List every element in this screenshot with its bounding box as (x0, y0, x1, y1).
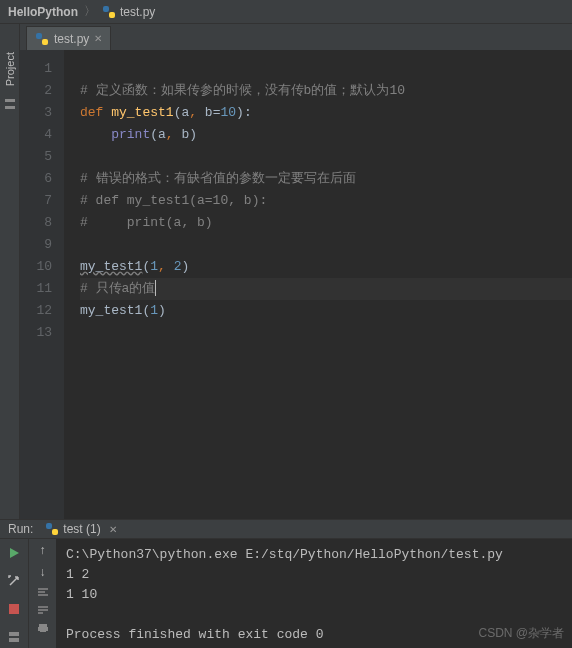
soft-wrap-button[interactable] (37, 587, 49, 597)
main-area: Project test.py ✕ 12345678910111213 # 定义… (0, 24, 572, 519)
structure-icon[interactable] (2, 96, 18, 112)
svg-rect-12 (39, 624, 47, 627)
gutter: 12345678910111213 (20, 50, 64, 519)
svg-marker-8 (10, 548, 19, 558)
svg-rect-5 (42, 39, 48, 45)
line-number: 4 (20, 124, 52, 146)
svg-rect-2 (5, 99, 15, 102)
line-number: 9 (20, 234, 52, 256)
svg-rect-14 (40, 630, 46, 632)
breadcrumb-file[interactable]: test.py (102, 5, 155, 19)
line-number: 12 (20, 300, 52, 322)
console-line (66, 605, 562, 625)
python-file-icon (102, 5, 116, 19)
editor-container: test.py ✕ 12345678910111213 # 定义函数：如果传参的… (20, 24, 572, 519)
breadcrumb-sep: 〉 (82, 3, 98, 20)
svg-rect-9 (9, 604, 19, 614)
code-line[interactable]: print(a, b) (80, 124, 572, 146)
close-run-tab-icon[interactable]: ✕ (109, 524, 117, 535)
python-file-icon (35, 32, 49, 46)
project-tool-button[interactable]: Project (4, 48, 16, 90)
text-cursor (155, 280, 156, 296)
run-header: Run: test (1) ✕ (0, 520, 572, 539)
left-sidebar: Project (0, 24, 20, 519)
stop-button[interactable] (4, 599, 24, 619)
line-number: 10 (20, 256, 52, 278)
settings-button[interactable] (4, 571, 24, 591)
editor-tab-label: test.py (54, 32, 89, 46)
code-line[interactable] (80, 58, 572, 80)
code-line[interactable] (80, 322, 572, 344)
close-tab-icon[interactable]: ✕ (94, 33, 102, 44)
svg-rect-11 (9, 638, 19, 642)
python-file-icon (45, 522, 59, 536)
run-tab[interactable]: test (1) ✕ (39, 520, 122, 538)
up-button[interactable]: ↑ (40, 543, 46, 557)
svg-rect-1 (109, 12, 115, 18)
console-line: 1 2 (66, 565, 562, 585)
line-number: 11 (20, 278, 52, 300)
line-number: 2 (20, 80, 52, 102)
code-line[interactable]: # 只传a的值 (80, 278, 572, 300)
svg-rect-0 (103, 6, 109, 12)
line-number: 8 (20, 212, 52, 234)
code-line[interactable]: # print(a, b) (80, 212, 572, 234)
watermark: CSDN @杂学者 (478, 625, 564, 642)
code-line[interactable]: my_test1(1, 2) (80, 256, 572, 278)
run-tab-label: test (1) (63, 522, 100, 536)
print-button[interactable] (37, 623, 49, 633)
code-line[interactable]: # 错误的格式：有缺省值的参数一定要写在后面 (80, 168, 572, 190)
down-button[interactable]: ↓ (40, 565, 46, 579)
run-toolbar-secondary: ↑ ↓ (28, 539, 56, 648)
code-line[interactable]: def my_test1(a, b=10): (80, 102, 572, 124)
line-number: 1 (20, 58, 52, 80)
code-line[interactable] (80, 146, 572, 168)
svg-rect-7 (52, 529, 58, 535)
code-line[interactable]: # 定义函数：如果传参的时候，没有传b的值；默认为10 (80, 80, 572, 102)
breadcrumb-file-label: test.py (120, 5, 155, 19)
breadcrumb-project[interactable]: HelloPython (8, 5, 78, 19)
code-line[interactable]: # def my_test1(a=10, b): (80, 190, 572, 212)
console-line: C:\Python37\python.exe E:/stq/Python/Hel… (66, 545, 562, 565)
run-label: Run: (8, 522, 33, 536)
line-number: 3 (20, 102, 52, 124)
editor-tab[interactable]: test.py ✕ (26, 26, 111, 50)
breadcrumb: HelloPython 〉 test.py (0, 0, 572, 24)
rerun-button[interactable] (4, 543, 24, 563)
svg-rect-3 (5, 106, 15, 109)
line-number: 7 (20, 190, 52, 212)
run-toolbar-primary (0, 539, 28, 648)
svg-rect-10 (9, 632, 19, 636)
editor-tabs: test.py ✕ (20, 24, 572, 50)
code-line[interactable] (80, 234, 572, 256)
scroll-button[interactable] (37, 605, 49, 615)
code-editor[interactable]: 12345678910111213 # 定义函数：如果传参的时候，没有传b的值；… (20, 50, 572, 519)
svg-rect-4 (36, 33, 42, 39)
line-number: 13 (20, 322, 52, 344)
line-number: 5 (20, 146, 52, 168)
code-area[interactable]: # 定义函数：如果传参的时候，没有传b的值；默认为10def my_test1(… (64, 50, 572, 519)
console-line: 1 10 (66, 585, 562, 605)
code-line[interactable]: my_test1(1) (80, 300, 572, 322)
layout-button[interactable] (4, 627, 24, 647)
line-number: 6 (20, 168, 52, 190)
svg-rect-6 (46, 523, 52, 529)
